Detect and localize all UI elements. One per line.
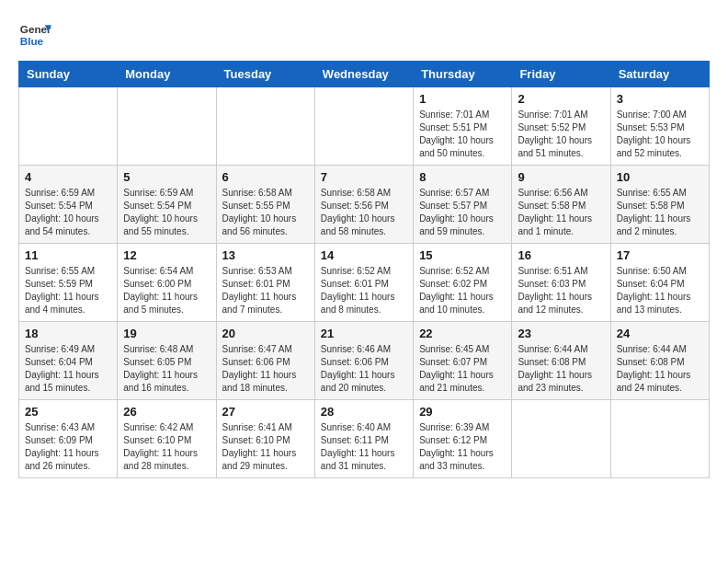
header-wednesday: Wednesday	[314, 62, 413, 87]
day-number: 11	[25, 248, 111, 262]
day-number: 10	[617, 170, 703, 184]
calendar-cell: 5Sunrise: 6:59 AMSunset: 5:54 PMDaylight…	[118, 166, 216, 244]
day-number: 5	[123, 170, 210, 184]
day-info: Sunrise: 6:46 AMSunset: 6:06 PMDaylight:…	[321, 343, 407, 395]
day-info: Sunrise: 6:48 AMSunset: 6:05 PMDaylight:…	[123, 343, 210, 395]
calendar-cell: 14Sunrise: 6:52 AMSunset: 6:01 PMDayligh…	[314, 244, 413, 322]
day-info: Sunrise: 6:57 AMSunset: 5:57 PMDaylight:…	[419, 187, 506, 238]
day-number: 15	[419, 248, 506, 262]
day-number: 21	[321, 327, 407, 340]
day-info: Sunrise: 6:58 AMSunset: 5:55 PMDaylight:…	[222, 187, 309, 238]
day-info: Sunrise: 6:55 AMSunset: 5:59 PMDaylight:…	[25, 265, 111, 316]
day-number: 14	[321, 248, 407, 262]
header-friday: Friday	[512, 62, 610, 87]
day-info: Sunrise: 7:01 AMSunset: 5:51 PMDaylight:…	[419, 109, 506, 160]
calendar-cell: 7Sunrise: 6:58 AMSunset: 5:56 PMDaylight…	[314, 166, 413, 244]
day-info: Sunrise: 6:52 AMSunset: 6:01 PMDaylight:…	[321, 265, 407, 316]
day-number: 12	[123, 248, 210, 262]
day-number: 26	[123, 405, 210, 419]
calendar-cell: 6Sunrise: 6:58 AMSunset: 5:55 PMDaylight…	[216, 166, 314, 244]
day-number: 2	[518, 92, 604, 106]
day-info: Sunrise: 6:47 AMSunset: 6:06 PMDaylight:…	[222, 343, 309, 395]
calendar-cell: 1Sunrise: 7:01 AMSunset: 5:51 PMDaylight…	[414, 87, 512, 166]
day-info: Sunrise: 6:44 AMSunset: 6:08 PMDaylight:…	[518, 343, 604, 395]
calendar-cell: 23Sunrise: 6:44 AMSunset: 6:08 PMDayligh…	[512, 322, 610, 400]
day-number: 19	[123, 327, 210, 340]
day-info: Sunrise: 6:45 AMSunset: 6:07 PMDaylight:…	[419, 343, 506, 395]
calendar-cell: 24Sunrise: 6:44 AMSunset: 6:08 PMDayligh…	[610, 322, 709, 400]
calendar-cell: 20Sunrise: 6:47 AMSunset: 6:06 PMDayligh…	[216, 322, 314, 400]
calendar-cell	[19, 87, 118, 166]
day-info: Sunrise: 6:40 AMSunset: 6:11 PMDaylight:…	[321, 421, 407, 473]
day-number: 9	[518, 170, 604, 184]
calendar-cell: 27Sunrise: 6:41 AMSunset: 6:10 PMDayligh…	[216, 400, 314, 478]
day-info: Sunrise: 6:39 AMSunset: 6:12 PMDaylight:…	[419, 421, 506, 473]
week-row-0: 1Sunrise: 7:01 AMSunset: 5:51 PMDaylight…	[19, 87, 710, 166]
day-number: 3	[617, 92, 703, 106]
week-row-4: 25Sunrise: 6:43 AMSunset: 6:09 PMDayligh…	[19, 400, 710, 478]
calendar-cell: 4Sunrise: 6:59 AMSunset: 5:54 PMDaylight…	[19, 166, 118, 244]
calendar-cell: 10Sunrise: 6:55 AMSunset: 5:58 PMDayligh…	[610, 166, 709, 244]
calendar-cell: 29Sunrise: 6:39 AMSunset: 6:12 PMDayligh…	[414, 400, 512, 478]
header-sunday: Sunday	[19, 62, 118, 87]
svg-text:Blue: Blue	[20, 35, 44, 47]
day-number: 16	[518, 248, 604, 262]
header-saturday: Saturday	[610, 62, 709, 87]
logo-icon: General Blue	[18, 18, 51, 52]
header-row: SundayMondayTuesdayWednesdayThursdayFrid…	[19, 62, 710, 87]
week-row-2: 11Sunrise: 6:55 AMSunset: 5:59 PMDayligh…	[19, 244, 710, 322]
calendar-cell	[314, 87, 413, 166]
day-number: 17	[617, 248, 703, 262]
day-info: Sunrise: 6:58 AMSunset: 5:56 PMDaylight:…	[321, 187, 407, 238]
day-number: 25	[25, 405, 111, 419]
day-number: 28	[321, 405, 407, 419]
day-info: Sunrise: 6:44 AMSunset: 6:08 PMDaylight:…	[617, 343, 703, 395]
week-row-3: 18Sunrise: 6:49 AMSunset: 6:04 PMDayligh…	[19, 322, 710, 400]
calendar-cell: 13Sunrise: 6:53 AMSunset: 6:01 PMDayligh…	[216, 244, 314, 322]
day-number: 24	[617, 327, 703, 340]
calendar-cell: 16Sunrise: 6:51 AMSunset: 6:03 PMDayligh…	[512, 244, 610, 322]
logo: General Blue	[18, 18, 51, 52]
page-header: General Blue	[18, 18, 710, 52]
day-info: Sunrise: 6:59 AMSunset: 5:54 PMDaylight:…	[25, 187, 111, 238]
calendar-cell: 2Sunrise: 7:01 AMSunset: 5:52 PMDaylight…	[512, 87, 610, 166]
calendar-cell: 26Sunrise: 6:42 AMSunset: 6:10 PMDayligh…	[118, 400, 216, 478]
day-number: 1	[419, 92, 506, 106]
day-number: 18	[25, 327, 111, 340]
day-number: 29	[419, 405, 506, 419]
day-info: Sunrise: 6:50 AMSunset: 6:04 PMDaylight:…	[617, 265, 703, 316]
day-info: Sunrise: 6:56 AMSunset: 5:58 PMDaylight:…	[518, 187, 604, 238]
header-monday: Monday	[118, 62, 216, 87]
day-info: Sunrise: 7:00 AMSunset: 5:53 PMDaylight:…	[617, 109, 703, 160]
svg-text:General: General	[20, 23, 51, 35]
calendar-cell: 9Sunrise: 6:56 AMSunset: 5:58 PMDaylight…	[512, 166, 610, 244]
calendar-cell	[216, 87, 314, 166]
day-info: Sunrise: 6:53 AMSunset: 6:01 PMDaylight:…	[222, 265, 309, 316]
header-tuesday: Tuesday	[216, 62, 314, 87]
calendar-cell: 28Sunrise: 6:40 AMSunset: 6:11 PMDayligh…	[314, 400, 413, 478]
calendar-cell: 11Sunrise: 6:55 AMSunset: 5:59 PMDayligh…	[19, 244, 118, 322]
calendar-cell: 3Sunrise: 7:00 AMSunset: 5:53 PMDaylight…	[610, 87, 709, 166]
calendar-cell: 18Sunrise: 6:49 AMSunset: 6:04 PMDayligh…	[19, 322, 118, 400]
header-thursday: Thursday	[414, 62, 512, 87]
day-number: 23	[518, 327, 604, 340]
calendar-cell	[118, 87, 216, 166]
day-number: 27	[222, 405, 309, 419]
day-info: Sunrise: 7:01 AMSunset: 5:52 PMDaylight:…	[518, 109, 604, 160]
day-number: 7	[321, 170, 407, 184]
calendar-cell: 25Sunrise: 6:43 AMSunset: 6:09 PMDayligh…	[19, 400, 118, 478]
day-number: 22	[419, 327, 506, 340]
calendar-cell: 22Sunrise: 6:45 AMSunset: 6:07 PMDayligh…	[414, 322, 512, 400]
calendar-cell: 8Sunrise: 6:57 AMSunset: 5:57 PMDaylight…	[414, 166, 512, 244]
calendar-cell: 19Sunrise: 6:48 AMSunset: 6:05 PMDayligh…	[118, 322, 216, 400]
calendar-cell	[610, 400, 709, 478]
day-info: Sunrise: 6:42 AMSunset: 6:10 PMDaylight:…	[123, 421, 210, 473]
day-info: Sunrise: 6:43 AMSunset: 6:09 PMDaylight:…	[25, 421, 111, 473]
day-number: 6	[222, 170, 309, 184]
day-number: 8	[419, 170, 506, 184]
day-info: Sunrise: 6:59 AMSunset: 5:54 PMDaylight:…	[123, 187, 210, 238]
day-info: Sunrise: 6:51 AMSunset: 6:03 PMDaylight:…	[518, 265, 604, 316]
calendar-cell: 17Sunrise: 6:50 AMSunset: 6:04 PMDayligh…	[610, 244, 709, 322]
day-info: Sunrise: 6:41 AMSunset: 6:10 PMDaylight:…	[222, 421, 309, 473]
day-info: Sunrise: 6:49 AMSunset: 6:04 PMDaylight:…	[25, 343, 111, 395]
